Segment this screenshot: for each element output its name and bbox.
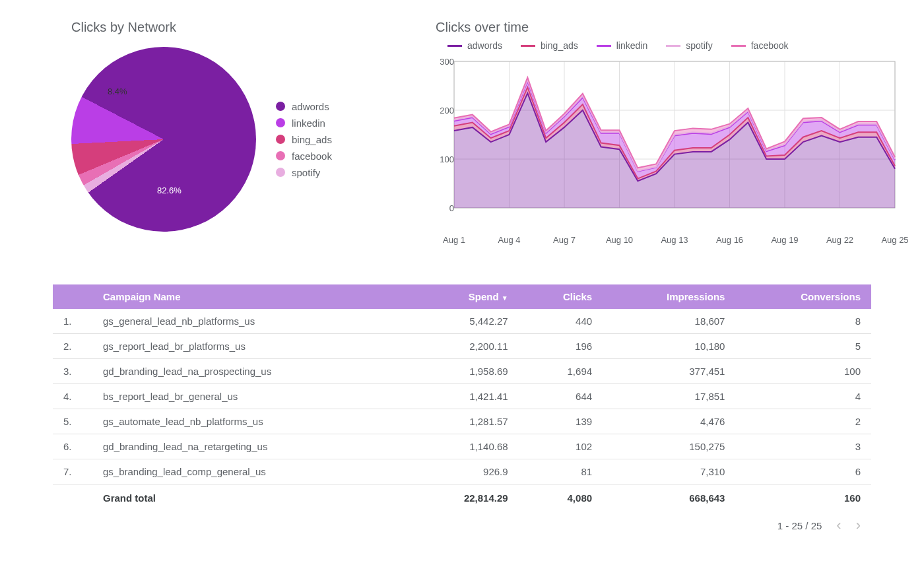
row-conversions: 3 <box>735 434 871 459</box>
line-legend-item-spotify[interactable]: spotify <box>666 40 712 51</box>
legend-dot-icon <box>276 102 285 111</box>
x-tick: Aug 25 <box>881 235 908 245</box>
row-impressions: 7,310 <box>603 459 735 484</box>
row-index: 3. <box>53 359 92 384</box>
row-clicks: 440 <box>519 309 603 334</box>
col-campaign[interactable]: Campaign Name <box>92 284 409 309</box>
row-index: 2. <box>53 334 92 359</box>
grand-total-impressions: 668,643 <box>603 484 735 512</box>
row-spend: 1,281.57 <box>409 409 518 434</box>
y-tick: 200 <box>440 106 454 116</box>
pie-legend-label: linkedin <box>292 117 325 129</box>
row-conversions: 100 <box>735 359 871 384</box>
row-conversions: 6 <box>735 459 871 484</box>
pie-label-adwords: 82.6% <box>157 185 182 195</box>
col-impressions[interactable]: Impressions <box>603 284 735 309</box>
table-row[interactable]: 1.gs_general_lead_nb_platforms_us5,442.2… <box>53 309 871 334</box>
col-conversions[interactable]: Conversions <box>735 284 871 309</box>
pager-range: 1 - 25 / 25 <box>777 520 822 531</box>
clicks-by-network-title: Clicks by Network <box>71 20 409 35</box>
x-tick: Aug 4 <box>498 235 521 245</box>
pie-legend-item-facebook[interactable]: facebook <box>276 150 332 162</box>
pie-legend-label: adwords <box>292 101 329 112</box>
table-row[interactable]: 5.gs_automate_lead_nb_platforms_us1,281.… <box>53 409 871 434</box>
legend-swatch-icon <box>597 45 611 47</box>
x-tick: Aug 19 <box>771 235 798 245</box>
clicks-over-time-legend: adwordsbing_adslinkedinspotifyfacebook <box>447 40 898 51</box>
clicks-by-network-legend: adwordslinkedinbing_adsfacebookspotify <box>276 101 332 178</box>
clicks-by-network-panel: Clicks by Network 8.4% 82.6% adwordslink… <box>26 20 409 232</box>
row-campaign: gs_report_lead_br_platforms_us <box>92 334 409 359</box>
clicks-over-time-panel: Clicks over time adwordsbing_adslinkedin… <box>436 20 898 232</box>
row-impressions: 377,451 <box>603 359 735 384</box>
table-pager: 1 - 25 / 25 ‹ › <box>53 512 871 533</box>
row-conversions: 2 <box>735 409 871 434</box>
clicks-over-time-title: Clicks over time <box>436 20 898 35</box>
legend-swatch-icon <box>521 45 535 47</box>
line-legend-label: spotify <box>686 40 712 51</box>
line-legend-label: facebook <box>751 40 789 51</box>
legend-swatch-icon <box>731 45 746 47</box>
line-legend-label: adwords <box>467 40 502 51</box>
table-row[interactable]: 2.gs_report_lead_br_platforms_us2,200.11… <box>53 334 871 359</box>
pie-legend-label: facebook <box>292 150 332 162</box>
row-conversions: 4 <box>735 384 871 409</box>
line-legend-item-adwords[interactable]: adwords <box>447 40 502 51</box>
line-legend-label: linkedin <box>616 40 647 51</box>
line-legend-item-bing_ads[interactable]: bing_ads <box>521 40 578 51</box>
clicks-over-time-chart[interactable]: 0100200300Aug 1Aug 4Aug 7Aug 10Aug 13Aug… <box>436 59 898 230</box>
x-tick: Aug 16 <box>716 235 743 245</box>
table-row[interactable]: 4.bs_report_lead_br_general_us1,421.4164… <box>53 384 871 409</box>
legend-dot-icon <box>276 151 285 160</box>
pie-legend-item-linkedin[interactable]: linkedin <box>276 117 332 129</box>
pie-legend-label: bing_ads <box>292 134 332 145</box>
pie-legend-item-spotify[interactable]: spotify <box>276 167 332 178</box>
row-spend: 1,140.68 <box>409 434 518 459</box>
row-clicks: 1,694 <box>519 359 603 384</box>
col-spend[interactable]: Spend▼ <box>409 284 518 309</box>
x-tick: Aug 22 <box>826 235 853 245</box>
pie-legend-label: spotify <box>292 167 320 178</box>
row-clicks: 102 <box>519 434 603 459</box>
row-index: 7. <box>53 459 92 484</box>
col-index <box>53 284 92 309</box>
table-row[interactable]: 7.gs_branding_lead_comp_general_us926.98… <box>53 459 871 484</box>
grand-total-label: Grand total <box>92 484 409 512</box>
row-index: 5. <box>53 409 92 434</box>
row-impressions: 150,275 <box>603 434 735 459</box>
line-legend-item-facebook[interactable]: facebook <box>731 40 789 51</box>
table-row[interactable]: 3.gd_branding_lead_na_prospecting_us1,95… <box>53 359 871 384</box>
campaign-table: Campaign Name Spend▼ Clicks Impressions … <box>53 284 871 512</box>
pie-legend-item-adwords[interactable]: adwords <box>276 101 332 112</box>
pager-next-icon[interactable]: › <box>856 518 861 533</box>
x-tick: Aug 1 <box>443 235 465 245</box>
row-impressions: 18,607 <box>603 309 735 334</box>
row-campaign: bs_report_lead_br_general_us <box>92 384 409 409</box>
y-tick: 300 <box>440 57 454 67</box>
line-legend-label: bing_ads <box>541 40 578 51</box>
row-index: 4. <box>53 384 92 409</box>
grand-total-clicks: 4,080 <box>519 484 603 512</box>
row-campaign: gs_branding_lead_comp_general_us <box>92 459 409 484</box>
table-row[interactable]: 6.gd_branding_lead_na_retargeting_us1,14… <box>53 434 871 459</box>
row-conversions: 8 <box>735 309 871 334</box>
row-spend: 926.9 <box>409 459 518 484</box>
x-tick: Aug 13 <box>661 235 688 245</box>
line-legend-item-linkedin[interactable]: linkedin <box>597 40 647 51</box>
x-tick: Aug 7 <box>553 235 576 245</box>
row-clicks: 644 <box>519 384 603 409</box>
legend-swatch-icon <box>666 45 680 47</box>
row-index: 1. <box>53 309 92 334</box>
row-spend: 1,421.41 <box>409 384 518 409</box>
y-tick: 0 <box>449 203 454 213</box>
pie-label-linkedin: 8.4% <box>108 86 127 96</box>
pie-legend-item-bing_ads[interactable]: bing_ads <box>276 134 332 145</box>
col-clicks[interactable]: Clicks <box>519 284 603 309</box>
row-campaign: gs_general_lead_nb_platforms_us <box>92 309 409 334</box>
clicks-by-network-pie[interactable]: 8.4% 82.6% <box>71 47 256 232</box>
legend-swatch-icon <box>447 45 462 47</box>
y-tick: 100 <box>440 154 454 164</box>
pager-prev-icon[interactable]: ‹ <box>836 518 841 533</box>
row-campaign: gs_automate_lead_nb_platforms_us <box>92 409 409 434</box>
sort-desc-icon: ▼ <box>502 294 508 302</box>
